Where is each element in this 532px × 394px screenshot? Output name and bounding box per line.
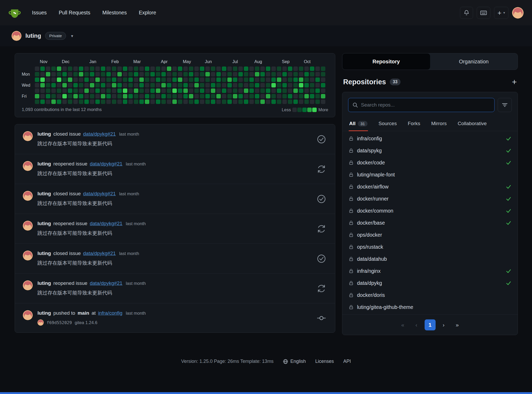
repo-filter-button[interactable]: [498, 98, 512, 112]
avatar[interactable]: [23, 280, 33, 290]
repo-row[interactable]: docker/base: [342, 217, 518, 229]
keyboard-button[interactable]: [477, 7, 490, 19]
repo-name[interactable]: docker/runner: [357, 196, 502, 202]
repo-name[interactable]: docker/common: [357, 208, 502, 214]
repo-row[interactable]: docker/airflow: [342, 181, 518, 193]
licenses-link[interactable]: Licenses: [315, 359, 334, 364]
pagination-next-button[interactable]: ›: [438, 319, 449, 330]
repo-name[interactable]: docker/code: [357, 160, 502, 166]
repo-name[interactable]: ops/docker: [357, 232, 511, 238]
heatmap-cell: [112, 88, 116, 93]
repo-row[interactable]: docker/code: [342, 157, 518, 169]
heatmap-month-label: Feb: [111, 59, 119, 64]
repo-link[interactable]: infra/config: [98, 310, 122, 316]
feed-username[interactable]: luting: [37, 280, 51, 286]
issue-link[interactable]: data/dpykg#21: [83, 191, 116, 197]
repo-row[interactable]: luting/gitea-github-theme: [342, 301, 518, 313]
repo-search-input[interactable]: [361, 102, 490, 108]
feed-username[interactable]: luting: [37, 251, 51, 256]
notifications-bell-button[interactable]: [460, 7, 473, 19]
issue-link[interactable]: data/dpykg#21: [83, 131, 116, 137]
pagination-first-button[interactable]: «: [397, 319, 408, 330]
heatmap-cell: [145, 99, 149, 104]
heatmap-cell: [161, 66, 166, 71]
repo-name[interactable]: docker/doris: [357, 292, 511, 298]
repo-name[interactable]: infra/nginx: [357, 268, 502, 274]
repo-name[interactable]: data/datahub: [357, 256, 511, 262]
repo-row[interactable]: infra/nginx: [342, 265, 518, 277]
repo-name[interactable]: docker/base: [357, 220, 502, 226]
avatar[interactable]: [23, 251, 33, 260]
avatar[interactable]: [23, 310, 33, 320]
repo-row[interactable]: ops/docker: [342, 229, 518, 241]
repo-name[interactable]: luting/gitea-github-theme: [357, 304, 511, 310]
repo-row[interactable]: docker/doris: [342, 289, 518, 301]
heatmap-cell: [244, 83, 248, 87]
create-new-button[interactable]: + ▾: [494, 7, 508, 19]
repo-name[interactable]: data/dpykg: [357, 280, 502, 286]
heatmap-cell: [156, 77, 160, 82]
repo-row[interactable]: data/datahub: [342, 253, 518, 265]
repo-row[interactable]: data/spykg: [342, 145, 518, 157]
user-avatar[interactable]: [512, 7, 524, 19]
legend-less-label: Less: [282, 107, 291, 112]
profile-dropdown-chevron-icon[interactable]: ▾: [71, 34, 73, 38]
feed-username[interactable]: luting: [37, 310, 51, 316]
lock-icon: [349, 257, 354, 262]
pagination-page-1-button[interactable]: 1: [425, 319, 436, 330]
gitea-logo-icon[interactable]: [8, 7, 21, 19]
nav-link-pull-requests[interactable]: Pull Requests: [59, 10, 90, 16]
avatar[interactable]: [23, 131, 33, 141]
repo-row[interactable]: luting/maple-font: [342, 169, 518, 181]
avatar[interactable]: [23, 221, 33, 231]
repo-row[interactable]: ops/rustack: [342, 241, 518, 253]
day-label: Mon: [22, 72, 30, 77]
feed-username[interactable]: luting: [37, 191, 51, 197]
heatmap-month-label: Aug: [254, 59, 262, 64]
repo-row[interactable]: infra/config: [342, 132, 518, 145]
lock-icon: [349, 208, 354, 213]
repo-name[interactable]: docker/airflow: [357, 184, 502, 190]
repo-row[interactable]: docker/common: [342, 205, 518, 217]
nav-link-milestones[interactable]: Milestones: [102, 10, 127, 16]
filter-tab-forks[interactable]: Forks: [407, 117, 421, 131]
add-repository-button[interactable]: +: [512, 78, 517, 86]
filter-tab-collaborative[interactable]: Collaborative: [457, 117, 487, 131]
feed-username[interactable]: luting: [37, 131, 51, 137]
heatmap-cell: [95, 66, 100, 71]
pagination-prev-button[interactable]: ‹: [411, 319, 422, 330]
api-link[interactable]: API: [343, 359, 351, 364]
repo-row[interactable]: data/dpykg: [342, 277, 518, 289]
filter-tab-sources[interactable]: Sources: [378, 117, 397, 131]
heatmap-cell: [304, 77, 309, 82]
issue-link[interactable]: data/dpykg#21: [90, 221, 123, 226]
avatar[interactable]: [23, 191, 33, 201]
issue-link[interactable]: data/dpykg#21: [83, 251, 116, 256]
tab-repository[interactable]: Repository: [342, 53, 430, 70]
feed-username[interactable]: luting: [37, 161, 51, 167]
profile-avatar[interactable]: [12, 31, 21, 41]
repo-name[interactable]: ops/rustack: [357, 244, 511, 250]
issue-link[interactable]: data/dpykg#21: [90, 161, 123, 167]
filter-tab-mirrors[interactable]: Mirrors: [431, 117, 447, 131]
repo-name[interactable]: infra/config: [357, 136, 502, 142]
language-selector[interactable]: English: [283, 359, 306, 364]
avatar[interactable]: [23, 161, 33, 171]
heatmap-cell: [282, 83, 287, 87]
pagination-last-button[interactable]: »: [452, 319, 463, 330]
feed-timestamp: last month: [126, 311, 146, 316]
heatmap-cell: [167, 77, 171, 82]
issue-link[interactable]: data/dpykg#21: [90, 280, 123, 286]
check-icon: [506, 148, 511, 153]
nav-link-explore[interactable]: Explore: [139, 10, 156, 16]
commit-sha[interactable]: f69d552029: [47, 320, 72, 325]
repo-name[interactable]: luting/maple-font: [357, 172, 511, 178]
repo-name[interactable]: data/spykg: [357, 148, 502, 154]
repo-row[interactable]: docker/runner: [342, 193, 518, 205]
feed-username[interactable]: luting: [37, 221, 51, 226]
filter-tab-all[interactable]: All 31: [349, 117, 368, 131]
tab-organization[interactable]: Organization: [430, 53, 518, 70]
nav-link-issues[interactable]: Issues: [32, 10, 47, 16]
heatmap-cell: [200, 83, 204, 87]
heatmap-cell: [238, 94, 243, 98]
